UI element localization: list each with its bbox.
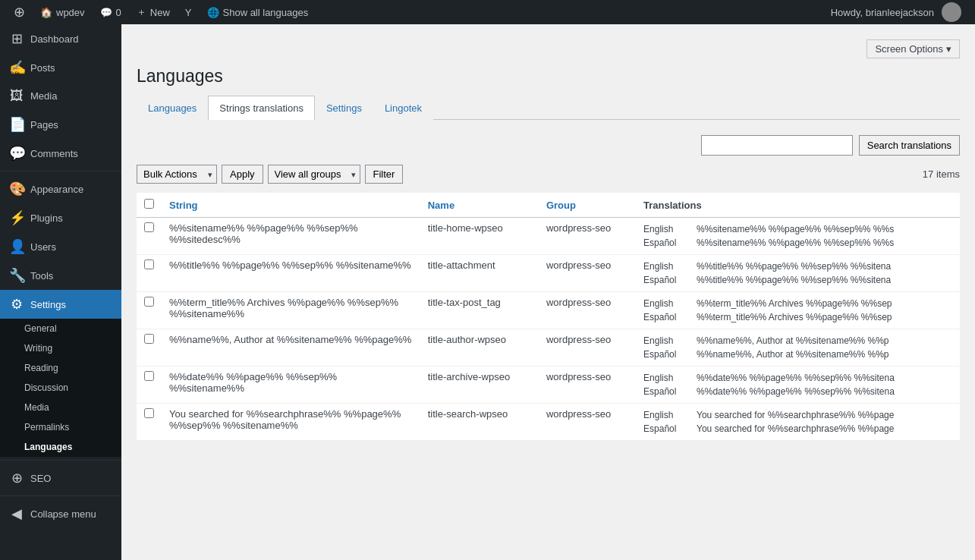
screen-options-label: Screen Options: [875, 43, 943, 55]
submenu-item-languages[interactable]: Languages: [0, 437, 121, 457]
submenu-item-media-sub[interactable]: Media: [0, 398, 121, 417]
show-all-languages-item[interactable]: 🌐 Show all languages: [200, 0, 316, 24]
translation-row: Español%%name%%, Author at %%sitename%% …: [643, 348, 952, 361]
row-checkbox-cell: [137, 404, 162, 441]
translation-row: English%%name%%, Author at %%sitename%% …: [643, 334, 952, 348]
row-group: wordpress-seo: [539, 404, 636, 441]
apply-button[interactable]: Apply: [222, 165, 263, 184]
row-group: wordpress-seo: [539, 218, 636, 255]
sidebar-item-label: Media: [30, 90, 112, 102]
tab-settings[interactable]: Settings: [315, 96, 373, 120]
site-name-label: wpdev: [56, 7, 85, 18]
submenu-item-discussion[interactable]: Discussion: [0, 378, 121, 398]
sidebar-item-label: Posts: [30, 62, 112, 74]
row-checkbox[interactable]: [144, 408, 154, 418]
sidebar-item-label: Appearance: [30, 184, 112, 195]
row-checkbox[interactable]: [144, 334, 154, 344]
sidebar-item-plugins[interactable]: ⚡ Plugins: [0, 203, 121, 232]
row-group: wordpress-seo: [539, 292, 636, 329]
site-name-item[interactable]: 🏠 wpdev: [33, 0, 93, 24]
row-checkbox[interactable]: [144, 222, 154, 232]
select-all-checkbox[interactable]: [144, 199, 154, 209]
screen-options-bar: Screen Options ▾: [137, 39, 960, 58]
search-bar: Search translations: [137, 135, 960, 156]
admin-bar: ⊕ 🏠 wpdev 💬 0 ＋ New Y 🌐 Show all languag…: [0, 0, 975, 24]
yoast-icon: Y: [185, 7, 192, 18]
row-translations: English%%title%% %%page%% %%sep%% %%site…: [636, 255, 960, 292]
submenu-label: Media: [24, 402, 49, 413]
sidebar-item-appearance[interactable]: 🎨 Appearance: [0, 175, 121, 203]
search-translations-button[interactable]: Search translations: [859, 135, 960, 156]
screen-options-button[interactable]: Screen Options ▾: [866, 39, 960, 58]
translation-row: EnglishYou searched for %%searchphrase%%…: [643, 408, 952, 422]
translation-lang: English: [643, 410, 689, 420]
sidebar-item-label: SEO: [30, 473, 112, 484]
new-label: New: [150, 7, 170, 18]
group-column-header[interactable]: Group: [539, 193, 636, 218]
pages-icon: 📄: [9, 116, 24, 133]
row-name: title-search-wpseo: [420, 404, 539, 441]
row-checkbox-cell: [137, 367, 162, 404]
translation-row: Español%%title%% %%page%% %%sep%% %%site…: [643, 273, 952, 287]
yoast-item[interactable]: Y: [178, 0, 200, 24]
row-checkbox[interactable]: [144, 371, 154, 381]
table-header-row: String Name Group Translations: [137, 193, 960, 218]
wp-logo-icon: ⊕: [14, 4, 25, 20]
wp-logo-item[interactable]: ⊕: [6, 0, 33, 24]
translation-lang: Español: [643, 423, 689, 434]
view-all-groups-wrapper: View all groups: [268, 165, 360, 184]
table-row: %%date%% %%page%% %%sep%% %%sitename%%ti…: [137, 367, 960, 404]
row-checkbox[interactable]: [144, 260, 154, 269]
row-translations: EnglishYou searched for %%searchphrase%%…: [636, 404, 960, 441]
row-group: wordpress-seo: [539, 367, 636, 404]
sidebar-item-users[interactable]: 👤 Users: [0, 232, 121, 261]
row-string: %%sitename%% %%page%% %%sep%% %%sitedesc…: [162, 218, 420, 255]
languages-icon: 🌐: [207, 7, 219, 18]
comments-icon: 💬: [9, 145, 24, 162]
translation-value: You searched for %%searchphrase%% %%page: [697, 423, 894, 434]
sidebar-item-settings[interactable]: ⚙ Settings: [0, 290, 121, 319]
row-translations: English%%date%% %%page%% %%sep%% %%siten…: [636, 367, 960, 404]
translation-row: EspañolYou searched for %%searchphrase%%…: [643, 422, 952, 436]
search-input[interactable]: [701, 135, 853, 156]
translation-value: %%term_title%% Archives %%page%% %%sep: [697, 312, 892, 322]
submenu-item-reading[interactable]: Reading: [0, 358, 121, 378]
translation-row: Español%%date%% %%page%% %%sep%% %%siten…: [643, 385, 952, 398]
filter-button[interactable]: Filter: [365, 165, 404, 184]
sidebar-item-tools[interactable]: 🔧 Tools: [0, 261, 121, 290]
sidebar-item-posts[interactable]: ✍ Posts: [0, 53, 121, 82]
submenu-item-writing[interactable]: Writing: [0, 338, 121, 358]
tab-lingotek[interactable]: Lingotek: [373, 96, 433, 120]
seo-icon: ⊕: [9, 470, 24, 486]
sidebar-item-pages[interactable]: 📄 Pages: [0, 110, 121, 139]
translation-lang: English: [643, 224, 689, 234]
translation-lang: Español: [643, 349, 689, 360]
sidebar-item-media[interactable]: 🖼 Media: [0, 82, 121, 110]
submenu-item-permalinks[interactable]: Permalinks: [0, 417, 121, 437]
name-column-header[interactable]: Name: [420, 193, 539, 218]
bulk-actions-select[interactable]: Bulk Actions: [137, 165, 217, 184]
row-translations: English%%term_title%% Archives %%page%% …: [636, 292, 960, 329]
submenu-item-general[interactable]: General: [0, 319, 121, 338]
sidebar-item-comments[interactable]: 💬 Comments: [0, 139, 121, 168]
string-column-header[interactable]: String: [162, 193, 420, 218]
submenu-label: Languages: [24, 442, 72, 452]
tools-icon: 🔧: [9, 267, 24, 284]
settings-submenu: General Writing Reading Discussion Media…: [0, 319, 121, 457]
row-name: title-tax-post_tag: [420, 292, 539, 329]
tab-strings-translations[interactable]: Strings translations: [208, 96, 315, 120]
row-string: %%name%%, Author at %%sitename%% %%page%…: [162, 329, 420, 367]
comments-icon: 💬: [100, 7, 112, 18]
comments-item[interactable]: 💬 0: [93, 0, 129, 24]
row-string: %%date%% %%page%% %%sep%% %%sitename%%: [162, 367, 420, 404]
collapse-menu-item[interactable]: ◀ Collapse menu: [0, 499, 121, 528]
tab-languages[interactable]: Languages: [137, 96, 208, 120]
sidebar-item-seo[interactable]: ⊕ SEO: [0, 464, 121, 492]
view-all-groups-select[interactable]: View all groups: [268, 165, 360, 184]
items-count: 17 items: [923, 168, 960, 180]
menu-separator-3: [0, 496, 121, 496]
sidebar-item-dashboard[interactable]: ⊞ Dashboard: [0, 24, 121, 53]
row-checkbox[interactable]: [144, 297, 154, 307]
new-item[interactable]: ＋ New: [129, 0, 178, 24]
translation-value: %%title%% %%page%% %%sep%% %%sitena: [697, 261, 891, 272]
